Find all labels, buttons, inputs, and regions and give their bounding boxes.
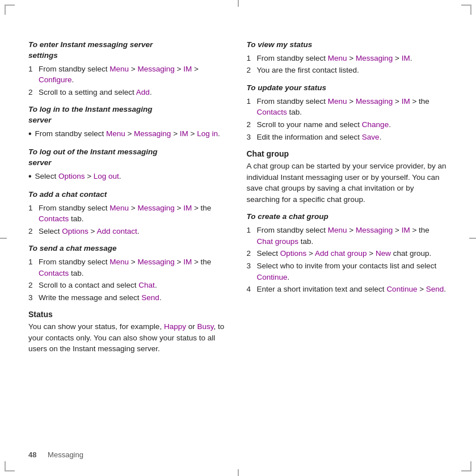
link-add[interactable]: Add (136, 88, 150, 96)
section-status: Status You can show your status, for exa… (28, 310, 230, 355)
section-add-chat-contact: To add a chat contact 1 From standby sel… (28, 189, 230, 237)
item-text: Scroll to your name and select Change. (257, 119, 391, 130)
link-menu[interactable]: Menu (328, 97, 347, 106)
bullet-mark: • (28, 171, 32, 183)
list-item: 2 Scroll to a setting and select Add. (28, 87, 230, 98)
link-im[interactable]: IM (402, 97, 410, 106)
link-messaging[interactable]: Messaging (137, 65, 174, 73)
list-item: 1 From standby select Menu > Messaging >… (28, 64, 230, 86)
link-chat-groups[interactable]: Chat groups (257, 237, 299, 246)
link-options[interactable]: Options (62, 227, 89, 235)
link-save[interactable]: Save (362, 133, 380, 141)
list-item: 2 Select Options > Add chat group > New … (247, 248, 448, 259)
link-im[interactable]: IM (402, 226, 410, 234)
link-messaging[interactable]: Messaging (356, 54, 393, 62)
item-text: From standby select Menu > Messaging > I… (39, 256, 230, 279)
link-log-in[interactable]: Log in (197, 129, 218, 138)
page-number: 48 (28, 450, 36, 459)
right-column: To view my status 1 From standby select … (247, 40, 448, 442)
link-im[interactable]: IM (183, 258, 192, 266)
section-log-in: To log in to the Instant messagingserver… (28, 104, 230, 140)
link-menu[interactable]: Menu (328, 226, 347, 234)
link-add-chat-group[interactable]: Add chat group (315, 249, 367, 258)
link-chat[interactable]: Chat (138, 281, 155, 289)
corner-mark-tl (5, 5, 15, 15)
link-options[interactable]: Options (58, 172, 85, 180)
section-send-chat-message: To send a chat message 1 From standby se… (28, 243, 230, 303)
item-number: 2 (28, 87, 36, 98)
link-busy[interactable]: Busy (197, 322, 213, 331)
list-item: 1 From standby select Menu > Messaging >… (28, 256, 230, 279)
section-title-update-your-status: To update your status (247, 83, 448, 94)
item-number: 3 (247, 132, 255, 143)
link-new[interactable]: New (376, 249, 391, 258)
item-text: From standby select Menu > Messaging > I… (257, 96, 448, 118)
corner-mark-br (461, 461, 471, 471)
link-menu[interactable]: Menu (109, 204, 129, 212)
item-number: 4 (247, 284, 255, 295)
link-send[interactable]: Send (141, 293, 159, 302)
link-configure[interactable]: Configure (39, 75, 72, 84)
footer: 48 Messaging (28, 450, 83, 459)
item-text: Edit the information and select Save. (257, 132, 382, 143)
status-body: You can show your status, for example, H… (28, 321, 230, 355)
item-number: 1 (247, 96, 255, 118)
heading-status: Status (28, 310, 230, 319)
list-item: 2 Scroll to your name and select Change. (247, 119, 448, 130)
link-send[interactable]: Send (426, 285, 444, 293)
item-number: 3 (28, 292, 36, 304)
link-messaging[interactable]: Messaging (356, 226, 393, 234)
link-messaging[interactable]: Messaging (137, 258, 174, 266)
item-number: 2 (247, 119, 255, 130)
section-title-send-chat-message: To send a chat message (28, 243, 230, 254)
section-create-chat-group: To create a chat group 1 From standby se… (247, 212, 448, 294)
item-text: Scroll to a contact and select Chat. (39, 280, 157, 291)
link-log-out[interactable]: Log out (94, 172, 119, 180)
link-contacts[interactable]: Contacts (39, 214, 69, 223)
main-content: To enter Instant messaging serversetting… (28, 40, 448, 442)
item-number: 1 (247, 53, 255, 64)
item-number: 3 (247, 260, 255, 283)
left-column: To enter Instant messaging serversetting… (28, 40, 230, 442)
link-menu[interactable]: Menu (106, 129, 125, 138)
bullet-mark: • (28, 128, 32, 140)
side-mark-bottom (238, 469, 239, 476)
item-text: Select who to invite from your contacts … (257, 260, 448, 283)
section-view-my-status: To view my status 1 From standby select … (247, 40, 448, 76)
list-item: • Select Options > Log out. (28, 171, 230, 183)
side-mark-top (238, 0, 239, 7)
item-text: From standby select Menu > Messaging > I… (39, 203, 230, 225)
link-menu[interactable]: Menu (328, 54, 347, 62)
link-messaging[interactable]: Messaging (356, 97, 393, 106)
list-item: 1 From standby select Menu > Messaging >… (247, 225, 448, 247)
section-title-create-chat-group: To create a chat group (247, 212, 448, 222)
list-item: 3 Write the message and select Send. (28, 292, 230, 304)
section-title-add-chat-contact: To add a chat contact (28, 189, 230, 200)
link-im[interactable]: IM (183, 65, 192, 73)
link-im[interactable]: IM (180, 129, 188, 138)
list-item: 2 You are the first contact listed. (247, 65, 448, 76)
section-title-enter-im-settings: To enter Instant messaging serversetting… (28, 40, 230, 61)
link-change[interactable]: Change (362, 120, 389, 129)
link-add-contact[interactable]: Add contact (96, 227, 137, 235)
side-mark-right (469, 238, 476, 239)
item-text: Select Options > Log out. (35, 171, 121, 183)
link-menu[interactable]: Menu (109, 258, 129, 266)
section-update-your-status: To update your status 1 From standby sel… (247, 83, 448, 142)
link-menu[interactable]: Menu (109, 65, 129, 73)
footer-label: Messaging (48, 450, 83, 459)
link-contacts[interactable]: Contacts (39, 269, 69, 277)
link-im[interactable]: IM (183, 204, 192, 212)
link-messaging[interactable]: Messaging (134, 129, 171, 138)
link-continue[interactable]: Continue (257, 273, 288, 281)
link-contacts[interactable]: Contacts (257, 108, 287, 116)
link-options[interactable]: Options (280, 249, 307, 258)
list-item: 1 From standby select Menu > Messaging >… (247, 53, 448, 64)
item-text: Write the message and select Send. (39, 292, 162, 304)
link-messaging[interactable]: Messaging (137, 204, 174, 212)
list-item: 4 Enter a short invitation text and sele… (247, 284, 448, 295)
link-im[interactable]: IM (402, 54, 410, 62)
item-text: Select Options > Add contact. (39, 226, 140, 237)
link-happy[interactable]: Happy (164, 322, 186, 331)
link-continue-send[interactable]: Continue (386, 285, 417, 293)
